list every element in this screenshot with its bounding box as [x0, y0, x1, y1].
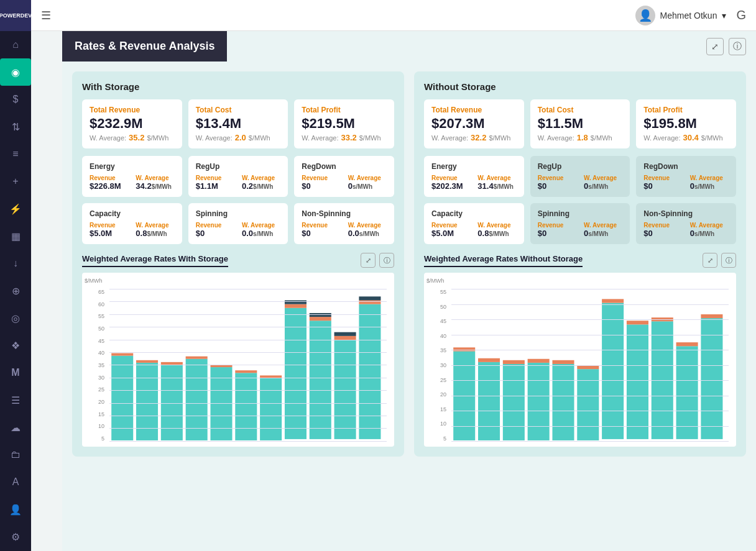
sidebar-item-dollar[interactable]: $: [0, 86, 31, 113]
ws-sub-stats-2: Capacity Revenue $5.0M W. Average 0.8$/M…: [82, 203, 394, 244]
sidebar-item-cloud[interactable]: ☁: [0, 414, 31, 441]
ws-bar-1-orange: [111, 353, 133, 356]
nos-bar-4-orange: [528, 359, 550, 363]
info-button[interactable]: ⓘ: [729, 38, 746, 55]
ws-capacity-rev-col: Revenue $5.0M: [90, 222, 128, 238]
nos-bar-8-orange: [627, 321, 648, 324]
nos-spinning-row: Revenue $0 W. Average 0s/MWh: [538, 222, 623, 238]
nos-nonspinning-avg-col: W. Average 0s/MWh: [690, 222, 729, 238]
nos-bar-5-orange: [552, 360, 574, 364]
sidebar-item-m[interactable]: M: [0, 359, 31, 386]
nos-total-cost-value: $11.5M: [538, 117, 623, 130]
nos-energy-title: Energy: [431, 162, 517, 171]
ws-chart-title: Weighted Average Rates With Storage: [82, 254, 228, 267]
fullscreen-button[interactable]: ⤢: [706, 38, 724, 55]
sidebar-item-download[interactable]: ↓: [0, 250, 31, 277]
ws-nonspinning-row: Revenue $0 W. Average 0.0s/MWh: [302, 222, 387, 238]
sidebar-item-target[interactable]: ◎: [0, 304, 31, 332]
ws-spinning-card: Spinning Revenue $0 W. Average 0.0s/MWh: [188, 203, 288, 244]
ws-regdown-row: Revenue $0 W. Average 0s/MWh: [302, 175, 387, 191]
ws-bar-3-teal: [161, 365, 183, 440]
user-menu[interactable]: 👤 Mehmet Otkun ▾: [635, 6, 727, 25]
nos-regdown-avg-col: W. Average 0s/MWh: [690, 175, 729, 191]
ws-bar-6-orange: [235, 370, 257, 373]
sidebar-item-user[interactable]: 👤: [0, 496, 31, 523]
sidebar-item-calendar[interactable]: ☰: [0, 386, 31, 414]
sidebar-item-chart[interactable]: ▦: [0, 222, 31, 250]
nos-regup-title: RegUp: [538, 162, 623, 171]
header-icons: ⤢ ⓘ: [706, 38, 756, 55]
page-title: Rates & Revenue Analysis: [62, 31, 227, 61]
ws-bar-11-teal: [359, 304, 380, 439]
nos-bar-1-teal: [453, 351, 475, 440]
ws-bar-10-orange: [334, 336, 356, 340]
nos-total-revenue-value: $207.3M: [431, 117, 517, 130]
ws-energy-row: Revenue $226.8M W. Average 34.2$/MWh: [90, 175, 175, 191]
nos-spinning-rev-col: Revenue $0: [538, 222, 576, 238]
nos-bar-2-teal: [478, 362, 500, 440]
nos-bar-9-teal: [652, 321, 673, 439]
nos-top-stats: Total Revenue $207.3M W. Average: 32.2 $…: [424, 99, 736, 148]
ws-chart-fullscreen-button[interactable]: ⤢: [361, 253, 376, 268]
ws-bar-11-dark: [359, 296, 380, 300]
nos-energy-card: Energy Revenue $202.3M W. Average 31.4$/…: [424, 156, 524, 197]
ws-total-revenue-card: Total Revenue $232.9M W. Average: 35.2 $…: [82, 99, 182, 148]
nos-chart-inner: 55 50 45 40 35 30 25 20 15 10 5: [429, 278, 731, 444]
ws-chart-info-button[interactable]: ⓘ: [379, 253, 394, 268]
app-logo: POWERDEV: [0, 0, 31, 31]
nos-total-cost-sub: W. Average: 1.8 $/MWh: [538, 133, 623, 142]
sidebar-item-puzzle[interactable]: ❖: [0, 332, 31, 359]
ws-regup-title: RegUp: [196, 162, 281, 171]
nos-bars-svg: [451, 289, 729, 442]
google-icon[interactable]: G: [736, 8, 746, 22]
ws-spinning-avg-col: W. Average 0.0s/MWh: [242, 222, 280, 238]
ws-chart-icons: ⤢ ⓘ: [361, 253, 394, 268]
ws-regup-avg-col: W. Average 0.2$/MWh: [242, 175, 280, 191]
nos-chart-icons: ⤢ ⓘ: [703, 253, 736, 268]
sidebar-item-a[interactable]: A: [0, 468, 31, 496]
nos-bar-5-teal: [552, 364, 574, 440]
sidebar-item-folder[interactable]: 🗀: [0, 441, 31, 468]
nos-chart-info-button[interactable]: ⓘ: [721, 253, 736, 268]
nos-bar-chart: $/MWh 55 50 45 40 35 30 25 20 15: [424, 273, 736, 447]
nos-total-profit-title: Total Profit: [643, 106, 729, 114]
nos-bar-3-teal: [503, 364, 525, 440]
nos-bar-3-orange: [503, 360, 525, 364]
nos-regdown-rev-col: Revenue $0: [643, 175, 682, 191]
with-storage-panel: With Storage Total Revenue $232.9M W. Av…: [72, 71, 404, 457]
nos-bar-11-orange: [701, 314, 722, 318]
ws-spinning-title: Spinning: [196, 209, 281, 218]
sidebar-item-settings[interactable]: ⚙: [0, 523, 31, 550]
nos-sub-stats-2: Capacity Revenue $5.0M W. Average 0.8$/M…: [424, 203, 736, 244]
sidebar-item-dashboard[interactable]: ◉: [0, 58, 31, 86]
sidebar-item-home[interactable]: ⌂: [0, 31, 31, 58]
nos-bar-10-orange: [676, 342, 698, 346]
nos-nonspinning-title: Non-Spinning: [643, 209, 729, 218]
nos-total-revenue-card: Total Revenue $207.3M W. Average: 32.2 $…: [424, 99, 524, 148]
ws-bar-2-orange: [136, 360, 158, 363]
nos-regup-avg-col: W. Average 0s/MWh: [584, 175, 622, 191]
nos-chart-header: Weighted Average Rates Without Storage ⤢…: [424, 253, 736, 268]
ws-bar-chart: $/MWh 65 60 55 50 45 40 35 30 25: [82, 273, 394, 447]
menu-icon[interactable]: ☰: [41, 9, 51, 22]
sidebar-item-filter[interactable]: ≡: [0, 140, 31, 168]
ws-total-cost-sub: W. Average: 2.0 $/MWh: [196, 133, 281, 142]
sidebar-item-plus[interactable]: +: [0, 168, 31, 195]
ws-bar-6-teal: [235, 373, 257, 440]
ws-total-revenue-sub: W. Average: 35.2 $/MWh: [90, 133, 175, 142]
nos-spinning-avg-col: W. Average 0s/MWh: [584, 222, 622, 238]
ws-total-cost-card: Total Cost $13.4M W. Average: 2.0 $/MWh: [188, 99, 288, 148]
ws-bar-10-dark: [334, 332, 356, 336]
ws-bar-7-teal: [260, 378, 282, 440]
sidebar-item-arrows[interactable]: ⇅: [0, 113, 31, 140]
topbar: ☰ 👤 Mehmet Otkun ▾ G: [31, 0, 756, 31]
nos-bar-6-orange: [577, 365, 599, 369]
avatar: 👤: [635, 6, 655, 25]
nos-regdown-card: RegDown Revenue $0 W. Average 0s/MWh: [636, 156, 736, 197]
nos-chart-fullscreen-button[interactable]: ⤢: [703, 253, 717, 268]
nos-nonspinning-rev-col: Revenue $0: [643, 222, 682, 238]
sidebar-item-bolt[interactable]: ⚡: [0, 195, 31, 222]
ws-total-profit-sub: W. Average: 33.2 $/MWh: [302, 133, 387, 142]
ws-total-profit-card: Total Profit $219.5M W. Average: 33.2 $/…: [294, 99, 394, 148]
sidebar-item-pin[interactable]: ⊕: [0, 277, 31, 304]
